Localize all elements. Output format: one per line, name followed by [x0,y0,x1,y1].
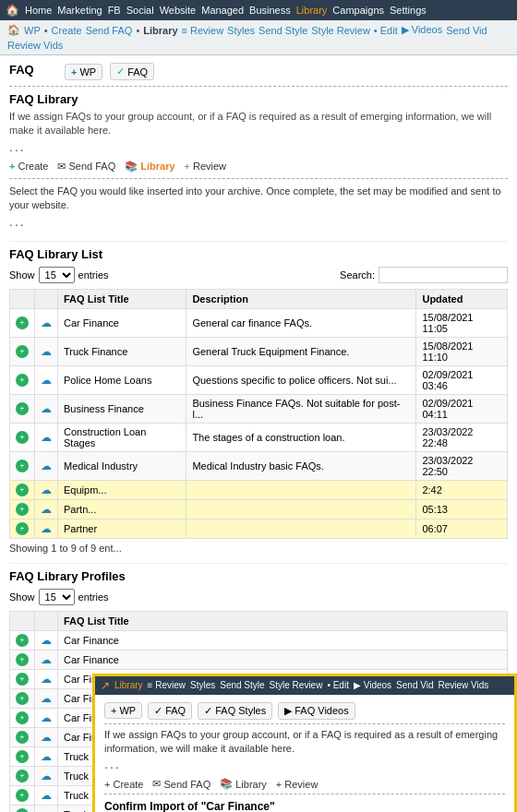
profile-green-btn[interactable]: + [10,805,35,812]
popup-create[interactable]: + Create [104,779,143,790]
search-label: Search: [340,269,375,281]
wp-btn-label: WP [79,66,96,78]
row-green-btn[interactable]: + [10,394,35,423]
popup-sendfaq-label: Send FAQ [163,779,210,790]
table-row[interactable]: + ☁ Car Finance General car finance FAQs… [10,308,508,337]
row-green-btn[interactable]: + [10,337,35,365]
popup-nav-reviewvids[interactable]: Review Vids [439,680,489,690]
row-green-btn[interactable]: + [10,451,35,480]
popup-action-row: + Create ✉ Send FAQ 📚 Library + Review [104,778,505,790]
popup-faqstyles-button[interactable]: ✓ FAQ Styles [198,702,272,720]
row-green-btn[interactable]: + [10,519,35,538]
list-item[interactable]: + ☁ Car Finance [10,630,508,650]
popup-nav-sendstyle[interactable]: Send Style [220,680,264,690]
create-action[interactable]: + Create [9,161,48,172]
popup-nav-videos[interactable]: ▶ Videos [354,680,391,690]
popup-nav-review[interactable]: ≡ Review [148,680,186,690]
breadcrumb-sendfaq[interactable]: Send FAQ [86,25,133,36]
profiles-entries-label: entries [78,591,109,603]
table-row[interactable]: + ☁ Medical Industry Medical Industry ba… [10,451,508,480]
entries-select[interactable]: 15 25 50 [39,267,75,283]
col-updated: Updated [416,289,508,308]
faq-wp-faq-row: + WP ✓ FAQ [65,63,154,80]
profile-green-btn[interactable]: + [10,727,35,746]
row-green-btn[interactable]: + [10,423,35,451]
list-item[interactable]: + ☁ Car Finance [10,650,508,669]
profile-green-btn[interactable]: + [10,708,35,727]
search-input[interactable] [379,267,508,283]
popup-nav-edit[interactable]: • Edit [327,680,349,690]
nav-settings[interactable]: Settings [390,5,427,16]
nav-business[interactable]: Business [249,5,291,16]
nav-social[interactable]: Social [126,5,154,16]
profile-green-btn[interactable]: + [10,630,35,650]
review-action[interactable]: + Review [185,161,227,172]
nav-home[interactable]: Home [25,5,52,16]
row-title: Partner [58,519,186,538]
row-cloud-icon: ☁ [35,423,58,451]
table-row[interactable]: + ☁ Business Finance Business Finance FA… [10,394,508,423]
profile-green-btn[interactable]: + [10,746,35,766]
breadcrumb-library[interactable]: Library [143,25,177,36]
faq-button[interactable]: ✓ FAQ [110,63,154,80]
row-green-btn[interactable]: + [10,499,35,519]
breadcrumb-videos[interactable]: ▶ Videos [402,24,443,36]
breadcrumb-stylereview[interactable]: Style Review [311,25,370,36]
breadcrumb-sendvid[interactable]: Send Vid [446,25,487,36]
popup-faq-button[interactable]: ✓ FAQ [148,702,192,720]
breadcrumb-styles[interactable]: Styles [227,25,255,36]
table-row[interactable]: + ☁ Partn... 05:13 [10,499,508,519]
home-icon[interactable]: 🏠 [6,4,19,17]
breadcrumb-create[interactable]: Create [52,25,82,36]
sendfaq-label: Send FAQ [68,161,115,172]
top-navigation: 🏠 Home Marketing FB Social Website Manag… [0,0,517,20]
row-green-btn[interactable]: + [10,308,35,337]
row-title: Medical Industry [58,451,186,480]
nav-managed[interactable]: Managed [201,5,244,16]
breadcrumb-sendstyle[interactable]: Send Style [258,25,307,36]
table-row[interactable]: + ☁ Partner 06:07 [10,519,508,538]
confirm-title: Confirm Import of "Car Finance" [104,800,505,812]
faq-list-header: FAQ Library List [9,241,508,261]
breadcrumb-home-icon[interactable]: 🏠 [7,24,20,36]
profile-green-btn[interactable]: + [10,766,35,785]
table-row[interactable]: + ☁ Truck Finance General Truck Equipmen… [10,337,508,365]
show-label: Show [9,269,35,281]
breadcrumb-review[interactable]: ≡ Review [182,25,224,36]
profile-green-btn[interactable]: + [10,650,35,669]
popup-nav-sendvid[interactable]: Send Vid [396,680,433,690]
row-green-btn[interactable]: + [10,480,35,499]
row-green-btn[interactable]: + [10,365,35,394]
profile-green-btn[interactable]: + [10,669,35,688]
nav-campaigns[interactable]: Campaigns [332,5,384,16]
table-row[interactable]: + ☁ Equipm... 2:42 [10,480,508,499]
profile-green-btn[interactable]: + [10,785,35,805]
popup-faqstyles-icon: ✓ [204,705,212,717]
breadcrumb-edit[interactable]: • Edit [374,25,398,36]
table-row[interactable]: + ☁ Police Home Loans Questions specific… [10,365,508,394]
popup-faqvideos-button[interactable]: ▶ FAQ Videos [278,702,355,720]
nav-library[interactable]: Library [296,5,328,16]
popup-library[interactable]: 📚 Library [220,778,267,790]
profiles-show-entries: Show 15 25 50 entries [9,589,109,605]
popup-nav-library[interactable]: Library [114,680,143,690]
popup-nav-stylereview[interactable]: Style Review [270,680,323,690]
nav-fb[interactable]: FB [108,5,121,16]
sendfaq-action[interactable]: ✉ Send FAQ [57,161,115,173]
row-desc: Questions specific to police officers. N… [186,365,416,394]
table-row[interactable]: + ☁ Construction Loan Stages The stages … [10,423,508,451]
breadcrumb-reviewvids[interactable]: Review Vids [7,40,63,51]
breadcrumb-wp[interactable]: WP [24,25,41,36]
nav-website[interactable]: Website [160,5,197,16]
popup-nav-styles[interactable]: Styles [190,680,215,690]
profile-green-btn[interactable]: + [10,688,35,708]
nav-marketing[interactable]: Marketing [57,5,102,16]
popup-sendfaq[interactable]: ✉ Send FAQ [152,778,210,790]
popup-review[interactable]: + Review [276,779,319,790]
profiles-entries-select[interactable]: 15 25 50 [39,589,75,605]
row-updated: 02/09/2021 04:11 [416,394,508,423]
library-action[interactable]: 📚 Library [125,161,174,173]
popup-wp-button[interactable]: + WP [104,702,142,719]
wp-button[interactable]: + WP [65,64,102,80]
dots-1: ··· [9,142,508,157]
